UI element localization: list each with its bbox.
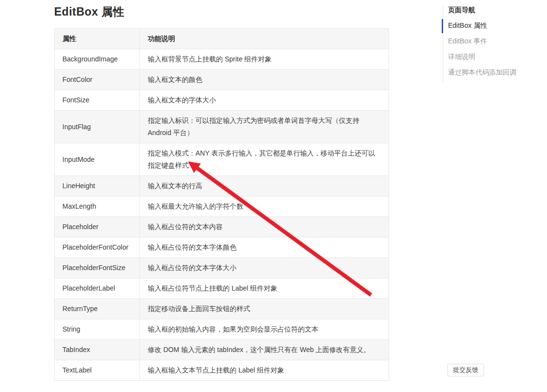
property-cell: InputFlag (55, 111, 140, 143)
description-cell: 输入框文本的字体大小 (140, 90, 389, 110)
table-row: InputFlag 指定输入标识：可以指定输入方式为密码或者单词首字母大写（仅支… (55, 110, 389, 143)
description-cell: 修改 DOM 输入元素的 tabIndex，这个属性只有在 Web 上面修改有意… (140, 340, 389, 360)
property-cell: Placeholder (55, 217, 140, 237)
nav-item-detailed-description[interactable]: 详细说明 (448, 49, 516, 64)
description-cell: 输入框占位符节点上挂载的 Label 组件对象 (140, 278, 389, 298)
table-row: Placeholder 输入框占位符的文本内容 (55, 216, 389, 237)
property-cell: PlaceholderFontSize (55, 258, 140, 278)
property-cell: InputMode (55, 143, 140, 176)
nav-active-indicator (442, 19, 443, 33)
table-row: LineHeight 输入框文本的行高 (55, 176, 389, 196)
description-cell: 输入框文本的颜色 (140, 70, 389, 90)
property-cell: ReturnType (55, 299, 140, 319)
property-cell: FontColor (55, 70, 140, 90)
property-cell: FontSize (55, 90, 140, 110)
nav-item-add-callback-via-script[interactable]: 通过脚本代码添加回调 (448, 64, 516, 80)
description-cell: 输入框最大允许输入的字符个数 (140, 196, 389, 216)
property-cell: TabIndex (55, 340, 140, 360)
description-column-header: 功能说明 (140, 29, 389, 49)
table-row: BackgroundImage 输入框背景节点上挂载的 Sprite 组件对象 (55, 49, 389, 69)
table-row: TextLabel 输入框输入文本节点上挂载的 Label 组件对象 (55, 360, 389, 380)
description-cell: 输入框输入文本节点上挂载的 Label 组件对象 (140, 360, 389, 380)
table-row: FontSize 输入框文本的字体大小 (55, 90, 389, 110)
description-cell: 输入框占位符的文本内容 (140, 217, 389, 237)
table-row: PlaceholderFontSize 输入框占位符的文本字体大小 (55, 257, 389, 278)
property-cell: PlaceholderFontColor (55, 237, 140, 257)
description-cell: 指定输入标识：可以指定输入方式为密码或者单词首字母大写（仅支持 Android … (140, 111, 389, 143)
property-cell: TextLabel (55, 360, 140, 380)
nav-item-editbox-properties[interactable]: EditBox 属性 (448, 18, 516, 33)
table-row: InputMode 指定输入模式：ANY 表示多行输入，其它都是单行输入，移动平… (55, 143, 389, 176)
page-title: EditBox 属性 (54, 4, 124, 20)
description-cell: 输入框背景节点上挂载的 Sprite 组件对象 (140, 49, 389, 69)
property-cell: BackgroundImage (55, 49, 140, 69)
page-nav: 页面导航 EditBox 属性 EditBox 事件 详细说明 通过脚本代码添加… (448, 2, 516, 80)
description-cell: 指定移动设备上面回车按钮的样式 (140, 299, 389, 319)
props-table: 属性 功能说明 BackgroundImage 输入框背景节点上挂载的 Spri… (54, 28, 389, 381)
property-cell: String (55, 319, 140, 339)
property-cell: PlaceholderLabel (55, 278, 140, 298)
table-row: TabIndex 修改 DOM 输入元素的 tabIndex，这个属性只有在 W… (55, 339, 389, 360)
submit-feedback-button[interactable]: 提交反馈 (447, 364, 484, 376)
table-row: String 输入框的初始输入内容，如果为空则会显示占位符的文本 (55, 319, 389, 339)
property-cell: MaxLength (55, 196, 140, 216)
description-cell: 输入框的初始输入内容，如果为空则会显示占位符的文本 (140, 319, 389, 339)
table-row: ReturnType 指定移动设备上面回车按钮的样式 (55, 298, 389, 319)
property-column-header: 属性 (55, 29, 140, 49)
page-nav-title: 页面导航 (448, 2, 516, 18)
description-cell: 输入框占位符的文本字体大小 (140, 258, 389, 278)
nav-item-editbox-events[interactable]: EditBox 事件 (448, 33, 516, 49)
description-cell: 输入框文本的行高 (140, 176, 389, 196)
table-row: FontColor 输入框文本的颜色 (55, 69, 389, 90)
page-nav-divider (443, 6, 443, 82)
description-cell: 输入框占位符的文本字体颜色 (140, 237, 389, 257)
table-row: MaxLength 输入框最大允许输入的字符个数 (55, 196, 389, 216)
property-cell: LineHeight (55, 176, 140, 196)
description-cell: 指定输入模式：ANY 表示多行输入，其它都是单行输入，移动平台上还可以指定键盘样… (140, 143, 389, 176)
table-row: PlaceholderFontColor 输入框占位符的文本字体颜色 (55, 237, 389, 257)
table-header-row: 属性 功能说明 (55, 29, 389, 49)
table-row: PlaceholderLabel 输入框占位符节点上挂载的 Label 组件对象 (55, 278, 389, 298)
